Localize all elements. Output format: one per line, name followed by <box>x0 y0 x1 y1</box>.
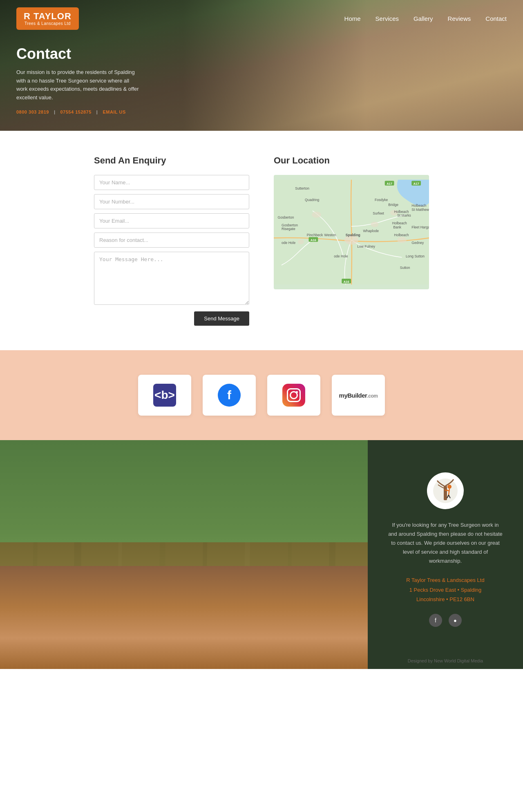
svg-text:Holbeach: Holbeach <box>411 204 426 208</box>
svg-text:Risegate: Risegate <box>282 227 295 231</box>
svg-text:A16: A16 <box>311 238 316 242</box>
svg-line-46 <box>161 542 163 669</box>
hero-contact-bar: 0800 303 2819 | 07554 152875 | EMAIL US <box>16 110 507 114</box>
map-svg: A17 A17 A16 Sutterton Quadring Gosberton… <box>274 175 429 289</box>
hero-content: Contact Our mission is to provide the re… <box>0 45 523 131</box>
facebook-icon: f <box>218 384 241 407</box>
svg-text:Weston: Weston <box>324 233 336 237</box>
svg-line-49 <box>288 542 290 669</box>
nav-gallery[interactable]: Gallery <box>413 15 433 22</box>
svg-point-5 <box>397 237 407 243</box>
footer-background-image <box>0 440 368 669</box>
svg-text:Long Sutton: Long Sutton <box>406 254 425 258</box>
svg-text:Gosberton: Gosberton <box>282 223 298 227</box>
svg-text:Holbeach: Holbeach <box>394 233 409 237</box>
footer-section: If you're looking for any Tree Surgeon w… <box>0 440 523 669</box>
footer-credit: Designed by New World Digital Media <box>368 658 523 663</box>
nav-contact[interactable]: Contact <box>485 15 507 22</box>
svg-rect-42 <box>0 542 368 669</box>
social-section: <b> f myBuilder.com <box>0 350 523 440</box>
logo-title: R TAYLOR <box>24 11 72 21</box>
svg-text:Spalding: Spalding <box>346 233 360 237</box>
svg-line-45 <box>119 542 120 669</box>
footer-social-links: f ● <box>429 614 462 627</box>
page-title: Contact <box>16 45 507 63</box>
svg-text:Gedney: Gedney <box>411 241 424 245</box>
svg-text:A17: A17 <box>387 182 392 186</box>
svg-line-50 <box>331 542 332 669</box>
svg-text:St Marks: St Marks <box>397 213 411 217</box>
separator1: | <box>54 110 56 114</box>
svg-text:Holbeach: Holbeach <box>392 221 407 225</box>
footer-logo-svg <box>429 474 462 507</box>
number-input[interactable] <box>94 194 249 209</box>
hero-description: Our mission is to provide the residents … <box>16 68 139 102</box>
svg-text:A16: A16 <box>344 280 349 284</box>
footer-instagram-icon[interactable]: ● <box>449 614 462 627</box>
footer-logo <box>427 472 464 509</box>
separator2: | <box>96 110 98 114</box>
email-link[interactable]: EMAIL US <box>103 110 125 114</box>
svg-text:Fleet Hargate: Fleet Hargate <box>411 225 429 229</box>
svg-text:Sutterton: Sutterton <box>295 186 309 190</box>
svg-text:Low Fulney: Low Fulney <box>357 244 375 248</box>
instagram-icon <box>282 384 305 407</box>
svg-text:Surfeet: Surfeet <box>373 211 384 215</box>
svg-text:Bridge: Bridge <box>388 203 398 207</box>
mybuilder-card[interactable]: myBuilder.com <box>332 375 385 416</box>
instagram-card[interactable] <box>267 375 320 416</box>
footer-address: R Taylor Trees & Landscapes Ltd 1 Pecks … <box>406 575 484 604</box>
svg-text:Quadring: Quadring <box>305 198 319 202</box>
svg-text:Fosdyke: Fosdyke <box>375 198 388 202</box>
send-button[interactable]: Send Message <box>194 311 249 326</box>
svg-line-43 <box>34 542 35 669</box>
bootstrap-card[interactable]: <b> <box>138 375 191 416</box>
svg-text:St Matthew: St Matthew <box>411 208 429 212</box>
svg-line-47 <box>203 542 205 669</box>
svg-point-6 <box>298 239 304 244</box>
footer-description: If you're looking for any Tree Surgeon w… <box>388 521 503 566</box>
form-title: Send An Enquiry <box>94 155 249 166</box>
footer-address-line1: 1 Pecks Drove East • Spalding <box>406 585 484 595</box>
reason-input[interactable] <box>94 233 249 248</box>
svg-point-2 <box>312 212 321 218</box>
location-title: Our Location <box>274 155 429 166</box>
phone1-link[interactable]: 0800 303 2819 <box>16 110 49 114</box>
svg-line-48 <box>246 542 247 669</box>
nav-home[interactable]: Home <box>344 15 361 22</box>
svg-text:A17: A17 <box>413 182 419 186</box>
svg-line-44 <box>76 542 78 669</box>
message-input[interactable] <box>94 252 249 305</box>
footer-facebook-icon[interactable]: f <box>429 614 442 627</box>
logo-sub: Trees & Lanscapes Ltd <box>25 21 71 26</box>
nav-reviews[interactable]: Reviews <box>448 15 471 22</box>
email-input[interactable] <box>94 213 249 228</box>
nav-links: Home Services Gallery Reviews Contact <box>344 15 507 22</box>
mybuilder-icon: myBuilder.com <box>339 392 378 399</box>
footer-right: If you're looking for any Tree Surgeon w… <box>368 440 523 669</box>
nav-services[interactable]: Services <box>375 15 399 22</box>
name-input[interactable] <box>94 175 249 190</box>
logo[interactable]: R TAYLOR Trees & Lanscapes Ltd <box>16 7 79 30</box>
hero-section: R TAYLOR Trees & Lanscapes Ltd Home Serv… <box>0 0 523 131</box>
svg-text:ode Hole: ode Hole <box>334 254 348 258</box>
phone2-link[interactable]: 07554 152875 <box>60 110 92 114</box>
main-content: Send An Enquiry Send Message Our Locatio… <box>78 155 445 326</box>
svg-text:Sutton: Sutton <box>400 266 410 270</box>
svg-text:ode Hole: ode Hole <box>282 241 295 245</box>
enquiry-form: Send Message <box>94 175 249 326</box>
bootstrap-icon: <b> <box>153 384 176 407</box>
facebook-card[interactable]: f <box>203 375 256 416</box>
svg-rect-41 <box>0 440 368 542</box>
main-nav: R TAYLOR Trees & Lanscapes Ltd Home Serv… <box>0 0 523 37</box>
svg-text:Gosberton: Gosberton <box>278 215 294 219</box>
location-section: Our Location <box>274 155 429 326</box>
map-container[interactable]: A17 A17 A16 Sutterton Quadring Gosberton… <box>274 175 429 289</box>
wood-texture <box>0 440 368 669</box>
svg-point-4 <box>371 221 379 227</box>
svg-text:Bank: Bank <box>393 225 402 229</box>
svg-point-54 <box>447 485 451 489</box>
enquiry-form-section: Send An Enquiry Send Message <box>94 155 249 326</box>
svg-text:Whaplode: Whaplode <box>363 229 379 233</box>
svg-text:Holbeach: Holbeach <box>394 210 409 214</box>
